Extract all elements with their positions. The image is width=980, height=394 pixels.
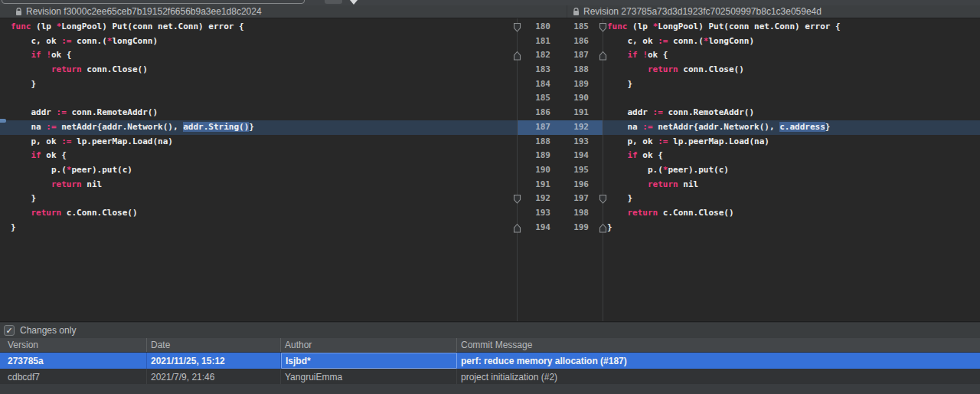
code-token — [607, 150, 628, 160]
code-line[interactable]: if ok { — [603, 149, 980, 163]
code-line[interactable]: } — [0, 77, 517, 92]
changes-only-label: Changes only — [20, 325, 76, 336]
line-number-row: 194199 — [518, 221, 603, 235]
changed-code-line[interactable]: na := netAddr{addr.Network(), addr.Strin… — [0, 120, 517, 135]
history-table-body: 273785a2021/11/25, 15:12lsjbd*perf: redu… — [0, 353, 980, 385]
fold-up-icon[interactable] — [513, 51, 521, 61]
left-revision-title: Revision f3000c2ee65ceb7b19152f6656b9a3e… — [26, 6, 262, 17]
code-line[interactable]: p.(*peer).put(c) — [603, 163, 980, 178]
diff-area: func (lp *LongPool) Put(conn net.Conn) e… — [0, 18, 980, 321]
right-line-number: 188 — [550, 63, 589, 77]
code-line[interactable]: addr := conn.RemoteAddr() — [0, 106, 517, 120]
code-line[interactable] — [0, 91, 517, 106]
code-line[interactable]: func (lp *LongPool) Put(conn net.Conn) e… — [0, 20, 517, 34]
code-token: ok { — [41, 150, 67, 160]
column-header-commit-message[interactable]: Commit Message — [457, 338, 980, 352]
column-header-author[interactable]: Author — [281, 338, 457, 352]
cell-version[interactable]: 273785a — [0, 353, 147, 369]
code-line[interactable]: return conn.Close() — [603, 63, 980, 77]
code-line[interactable]: p, ok := lp.peerMap.Load(na) — [0, 135, 517, 149]
cell-message[interactable]: project initialization (#2) — [457, 369, 980, 385]
cell-author[interactable]: lsjbd* — [281, 353, 457, 369]
line-number-row: 190195 — [518, 163, 603, 178]
right-line-number: 193 — [550, 135, 589, 149]
cell-version[interactable]: cdbcdf7 — [0, 369, 147, 385]
code-line[interactable] — [603, 91, 980, 106]
code-token: } — [11, 222, 16, 232]
fold-up-icon[interactable] — [513, 223, 521, 233]
code-token: return — [51, 64, 82, 74]
line-number-row: 181186 — [518, 34, 603, 49]
code-line[interactable]: addr := conn.RemoteAddr() — [603, 106, 980, 120]
code-token — [607, 179, 648, 189]
code-line[interactable]: return nil — [603, 178, 980, 192]
code-line[interactable]: return c.Conn.Close() — [603, 206, 980, 221]
left-line-number: 190 — [518, 163, 550, 178]
code-token: if — [628, 50, 638, 60]
code-line[interactable]: return conn.Close() — [0, 63, 517, 77]
code-line[interactable]: p, ok := lp.peerMap.Load(na) — [603, 135, 980, 149]
code-line[interactable]: if ok { — [0, 149, 517, 163]
line-number-row: 193198 — [518, 206, 603, 221]
code-token: := — [653, 107, 663, 117]
code-token: peer).put(c) — [668, 165, 728, 175]
code-token: } — [607, 79, 632, 89]
code-token — [11, 179, 51, 189]
code-token: if — [31, 150, 41, 160]
left-line-number: 181 — [518, 34, 550, 49]
code-token: if — [628, 150, 638, 160]
clipped-toolbar-button[interactable] — [325, 0, 342, 4]
code-token: return — [31, 208, 62, 218]
history-row[interactable]: cdbcdf72021/7/9, 21:46YangruiEmmaproject… — [0, 369, 980, 385]
code-token: conn.RemoteAddr() — [663, 107, 754, 117]
line-number-row: 185190 — [518, 91, 603, 106]
code-token: na — [11, 122, 46, 132]
cell-date[interactable]: 2021/11/25, 15:12 — [147, 353, 281, 369]
dropdown-caret-icon[interactable] — [350, 0, 358, 5]
code-token: peer).put(c) — [71, 165, 132, 175]
code-line[interactable]: if !ok { — [0, 48, 517, 63]
code-token: if — [31, 50, 41, 60]
code-line[interactable]: } — [603, 221, 980, 235]
cell-message[interactable]: perf: reduce memory allocation (#187) — [457, 353, 980, 369]
left-code-editor[interactable]: func (lp *LongPool) Put(conn net.Conn) e… — [0, 18, 517, 321]
cell-author[interactable]: YangruiEmma — [281, 369, 457, 385]
right-code-editor[interactable]: func (lp *LongPool) Put(conn net.Conn) e… — [603, 18, 980, 321]
history-panel: ✓ Changes only Version Date Author Commi… — [0, 321, 980, 394]
code-line[interactable]: p.(*peer).put(c) — [0, 163, 517, 178]
code-line[interactable]: } — [603, 192, 980, 206]
code-token: return — [648, 179, 678, 189]
left-line-number: 183 — [518, 63, 550, 77]
changed-code-line[interactable]: na := netAddr{addr.Network(), c.address} — [603, 120, 980, 135]
cell-date[interactable]: 2021/7/9, 21:46 — [147, 369, 281, 385]
code-line[interactable]: c, ok := conn.(*longConn) — [603, 34, 980, 49]
code-line[interactable]: if !ok { — [603, 48, 980, 63]
fold-down-icon[interactable] — [513, 194, 521, 204]
fold-down-icon[interactable] — [513, 22, 521, 32]
code-token: c, ok — [607, 36, 658, 46]
left-line-number: 192 — [518, 192, 550, 206]
code-line[interactable]: return nil — [0, 178, 517, 192]
column-header-version[interactable]: Version — [0, 338, 147, 352]
right-line-number: 197 — [550, 192, 589, 206]
code-line[interactable]: } — [0, 221, 517, 235]
line-number-row: 180185 — [518, 20, 603, 34]
code-line[interactable]: return c.Conn.Close() — [0, 206, 517, 221]
right-line-number: 185 — [550, 20, 589, 34]
line-number-row: 189194 — [518, 149, 603, 163]
code-line[interactable]: c, ok := conn.(*longConn) — [0, 34, 517, 49]
changes-only-checkbox[interactable]: ✓ — [4, 325, 15, 336]
code-line[interactable]: } — [603, 77, 980, 92]
column-header-date[interactable]: Date — [147, 338, 281, 352]
left-line-number: 188 — [518, 135, 550, 149]
right-line-number: 191 — [550, 106, 589, 120]
code-token: (lp — [31, 21, 57, 31]
line-number-row: 182187 — [518, 48, 603, 63]
left-line-number: 184 — [518, 77, 550, 92]
history-row[interactable]: 273785a2021/11/25, 15:12lsjbd*perf: redu… — [0, 353, 980, 369]
right-line-number: 196 — [550, 178, 589, 192]
code-line[interactable]: func (lp *LongPool) Put(conn net.Conn) e… — [603, 20, 980, 34]
code-line[interactable]: } — [0, 192, 517, 206]
code-token: longConn) — [112, 36, 158, 46]
clipped-input-field[interactable] — [2, 0, 305, 4]
